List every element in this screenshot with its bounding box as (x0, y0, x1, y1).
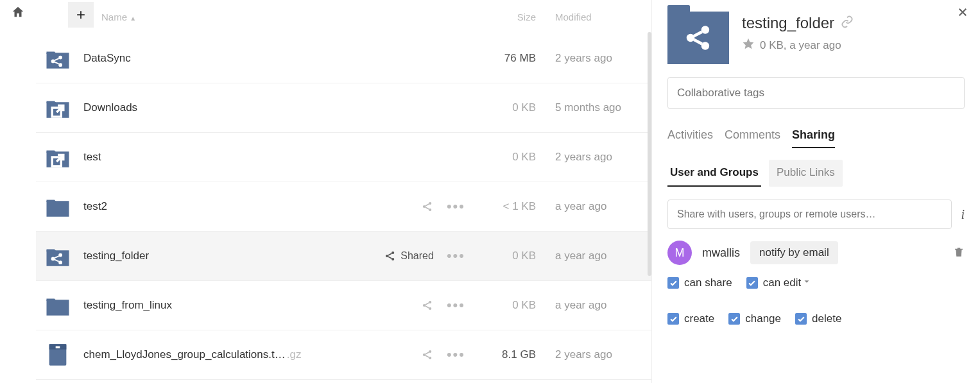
file-name[interactable]: Downloads (83, 101, 421, 114)
svg-point-1 (58, 56, 62, 60)
file-size: 0 KB (478, 151, 549, 164)
svg-point-30 (429, 307, 431, 310)
header-name[interactable]: Name ▲ (101, 12, 136, 22)
svg-point-26 (391, 258, 394, 260)
file-modified: 5 months ago (549, 101, 651, 114)
chevron-down-icon[interactable] (802, 277, 811, 289)
tags-input[interactable] (667, 77, 965, 109)
more-icon[interactable]: ••• (447, 346, 465, 363)
info-icon[interactable]: i (961, 207, 965, 222)
details-sidebar: testing_folder 0 KB, a year ago Activiti… (651, 0, 980, 383)
folder-share-icon (42, 46, 73, 71)
svg-point-19 (429, 209, 431, 211)
file-row[interactable]: test2•••< 1 KBa year ago (36, 182, 651, 232)
perm-can-share[interactable]: can share (667, 277, 732, 289)
sidebar-meta: 0 KB, a year ago (760, 39, 841, 52)
sidebar-title: testing_folder (742, 14, 834, 32)
file-size: 0 KB (478, 101, 549, 114)
file-modified: a year ago (549, 299, 651, 312)
folder-icon (42, 194, 73, 219)
subtab-public-links[interactable]: Public Links (769, 160, 843, 187)
folder-thumbnail-icon (667, 12, 729, 64)
svg-rect-34 (56, 346, 60, 348)
svg-point-35 (429, 350, 431, 353)
svg-point-22 (58, 253, 62, 257)
folder-icon (42, 293, 73, 318)
svg-point-37 (423, 353, 426, 356)
svg-point-31 (423, 304, 426, 307)
file-row[interactable]: test•••0 KB2 years ago (36, 133, 651, 182)
svg-rect-21 (47, 250, 69, 266)
svg-point-27 (386, 255, 388, 257)
row-actions: ••• (421, 346, 465, 363)
svg-point-25 (391, 251, 394, 254)
header-modified[interactable]: Modified (549, 12, 651, 22)
avatar: M (667, 241, 692, 265)
home-icon[interactable] (11, 5, 25, 21)
file-list: DataSync•••76 MB2 years agoDownloads•••0… (36, 34, 651, 383)
file-modified: a year ago (549, 250, 651, 262)
folder-external-icon (42, 144, 73, 170)
perm-create[interactable]: create (667, 312, 714, 325)
perm-can-edit[interactable]: can edit (746, 277, 812, 289)
svg-point-18 (429, 202, 431, 205)
svg-rect-28 (47, 300, 69, 316)
header-size[interactable]: Size (478, 12, 549, 22)
close-icon[interactable] (957, 6, 968, 21)
file-size: 0 KB (478, 250, 549, 262)
share-icon[interactable] (421, 200, 434, 213)
svg-point-23 (58, 260, 62, 264)
file-name[interactable]: testing_folder (83, 250, 384, 262)
folder-share-icon (42, 243, 73, 269)
svg-rect-17 (47, 201, 69, 217)
tab-comments[interactable]: Comments (725, 128, 780, 148)
svg-point-2 (58, 63, 62, 67)
share-icon[interactable] (421, 348, 434, 361)
file-size: 0 KB (478, 299, 549, 312)
file-row[interactable]: DataSync•••76 MB2 years ago (36, 34, 651, 83)
star-icon[interactable] (742, 37, 755, 53)
tab-sharing[interactable]: Sharing (792, 128, 835, 148)
row-actions: ••• (421, 198, 465, 215)
svg-point-29 (429, 301, 431, 303)
share-with-input[interactable] (667, 200, 952, 229)
svg-point-36 (429, 357, 431, 359)
file-size: < 1 KB (478, 200, 549, 213)
file-modified: a year ago (549, 200, 651, 213)
notify-by-email-button[interactable]: notify by email (750, 241, 838, 264)
file-size: 8.1 GB (478, 348, 549, 361)
file-list-header: + Name ▲ Size Modified (36, 0, 651, 34)
perm-delete[interactable]: delete (795, 312, 841, 325)
file-name[interactable]: test2 (83, 200, 421, 213)
more-icon[interactable]: ••• (447, 297, 465, 314)
svg-point-39 (701, 42, 709, 50)
svg-rect-0 (47, 53, 69, 69)
row-actions: Shared••• (384, 248, 465, 264)
shared-user-name: mwallis (702, 246, 740, 260)
file-modified: 2 years ago (549, 151, 651, 164)
file-row[interactable]: testing_folderShared•••0 KBa year ago (36, 232, 651, 281)
more-icon[interactable]: ••• (447, 198, 465, 215)
share-icon[interactable] (421, 299, 434, 312)
file-row[interactable]: Downloads•••0 KB5 months ago (36, 83, 651, 133)
shared-indicator[interactable]: Shared (384, 250, 434, 262)
file-modified: 2 years ago (549, 52, 651, 65)
file-row[interactable]: testing_from_linux•••0 KBa year ago (36, 281, 651, 330)
file-modified: 2 years ago (549, 348, 651, 361)
trash-icon[interactable] (953, 246, 965, 260)
row-actions: ••• (421, 297, 465, 314)
perm-change[interactable]: change (728, 312, 781, 325)
file-name[interactable]: test (83, 151, 421, 164)
file-size: 76 MB (478, 52, 549, 65)
subtab-users-groups[interactable]: User and Groups (667, 160, 761, 187)
file-name[interactable]: chem_LloydJones_group_calculations.t….gz (83, 348, 421, 361)
new-button[interactable]: + (68, 2, 94, 28)
more-icon[interactable]: ••• (447, 248, 465, 264)
tab-activities[interactable]: Activities (667, 128, 713, 148)
svg-point-20 (423, 205, 426, 208)
file-row[interactable]: chem_LloydJones_group_calculations.t….gz… (36, 330, 651, 380)
folder-external-icon (42, 95, 73, 121)
link-icon[interactable] (841, 14, 854, 32)
file-name[interactable]: testing_from_linux (83, 299, 421, 312)
file-name[interactable]: DataSync (83, 52, 421, 65)
